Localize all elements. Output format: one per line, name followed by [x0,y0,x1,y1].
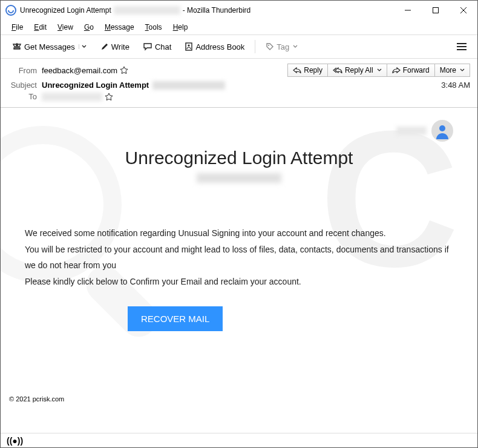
reply-button[interactable]: Reply [287,64,328,77]
tag-label: Tag [277,42,289,51]
more-button[interactable]: More [434,64,470,77]
menu-tools[interactable]: Tools [140,22,167,33]
maximize-button[interactable] [422,1,450,20]
get-messages-button[interactable]: Get Messages [7,39,93,54]
svg-point-0 [6,5,16,15]
reply-all-icon [333,67,342,73]
to-redacted [42,93,102,101]
recover-mail-button[interactable]: RECOVER MAIL [128,306,223,331]
forward-icon [392,67,401,73]
sender-name-redacted [396,127,427,135]
subject-label: Subject [8,81,37,90]
chat-icon [143,42,152,51]
chat-label: Chat [155,42,171,51]
pencil-icon [100,42,109,51]
svg-point-7 [268,45,269,46]
subject-redacted [152,81,225,90]
toolbar: Get Messages Write Chat Address Book Tag [1,35,477,59]
from-label: From [8,66,37,75]
title-suffix: - Mozilla Thunderbird [183,6,251,15]
window-controls [394,1,477,20]
chevron-down-icon[interactable] [79,44,87,49]
svg-point-6 [188,44,190,46]
sender-avatar-row [25,120,453,142]
subject-text: Unrecognized Login Attempt [42,81,149,90]
chevron-down-icon [460,68,465,73]
app-icon [5,5,16,16]
chevron-down-icon [293,44,298,49]
tag-button[interactable]: Tag [260,39,303,54]
copyright-text: © 2021 pcrisk.com [9,395,64,403]
avatar-icon [431,120,453,142]
window-title: Unrecognized Login Attempt - Mozilla Thu… [20,6,394,15]
to-row: To [8,92,470,101]
menu-message[interactable]: Message [100,22,139,33]
title-redacted [114,6,180,15]
menu-view[interactable]: View [53,22,78,33]
subject-row: Subject Unrecognized Login Attempt 3:48 … [8,81,470,90]
menu-file[interactable]: File [7,22,28,33]
tag-icon [266,42,274,51]
chat-button[interactable]: Chat [137,39,177,54]
message-time: 3:48 AM [441,81,470,90]
write-label: Write [111,42,129,51]
email-p3: Please kindly click below to Confirm you… [25,274,453,290]
menu-edit[interactable]: Edit [29,22,51,33]
email-p1: We received some notification regarding … [25,225,453,242]
message-actions: Reply Reply All Forward More [287,64,470,77]
reply-all-label: Reply All [345,66,373,74]
email-title-redacted [197,173,281,183]
from-row: From feedback@email.com Reply Reply All … [8,64,470,77]
star-icon[interactable] [105,93,113,101]
app-window: Unrecognized Login Attempt - Mozilla Thu… [0,0,478,448]
email-title: Unrecognized Login Attempt [25,148,453,168]
message-body: C Unrecognized Login Attempt We received… [1,108,477,433]
title-prefix: Unrecognized Login Attempt [20,6,111,15]
reply-label: Reply [304,66,322,74]
download-icon [12,42,22,51]
statusbar: ((●)) [1,433,477,447]
message-header: From feedback@email.com Reply Reply All … [1,59,477,108]
titlebar: Unrecognized Login Attempt - Mozilla Thu… [1,1,477,20]
write-button[interactable]: Write [95,39,135,54]
menu-go[interactable]: Go [79,22,99,33]
from-value: feedback@email.com [42,66,128,75]
to-label: To [8,92,37,101]
address-book-button[interactable]: Address Book [179,39,250,54]
get-messages-label: Get Messages [24,42,75,51]
more-label: More [440,66,456,74]
close-button[interactable] [450,1,477,20]
address-book-icon [185,42,193,51]
toolbar-separator [255,40,255,53]
menubar: File Edit View Go Message Tools Help [1,20,477,35]
svg-rect-5 [186,43,192,50]
connection-status-icon: ((●)) [7,436,23,446]
from-address[interactable]: feedback@email.com [42,66,117,75]
chevron-down-icon [377,68,382,73]
email-paragraphs: We received some notification regarding … [25,225,453,289]
reply-icon [293,67,301,73]
forward-label: Forward [403,66,430,74]
email-p2: You will be restricted to your account a… [25,242,453,274]
forward-button[interactable]: Forward [387,64,435,77]
star-icon[interactable] [120,66,128,74]
reply-all-button[interactable]: Reply All [327,64,387,77]
email-content: Unrecognized Login Attempt We received s… [1,108,477,433]
menu-help[interactable]: Help [168,22,193,33]
svg-rect-2 [433,8,439,13]
minimize-button[interactable] [394,1,422,20]
subject-value: Unrecognized Login Attempt [42,81,225,90]
hamburger-menu-button[interactable] [452,40,471,53]
svg-point-11 [439,125,445,131]
address-book-label: Address Book [195,42,244,51]
